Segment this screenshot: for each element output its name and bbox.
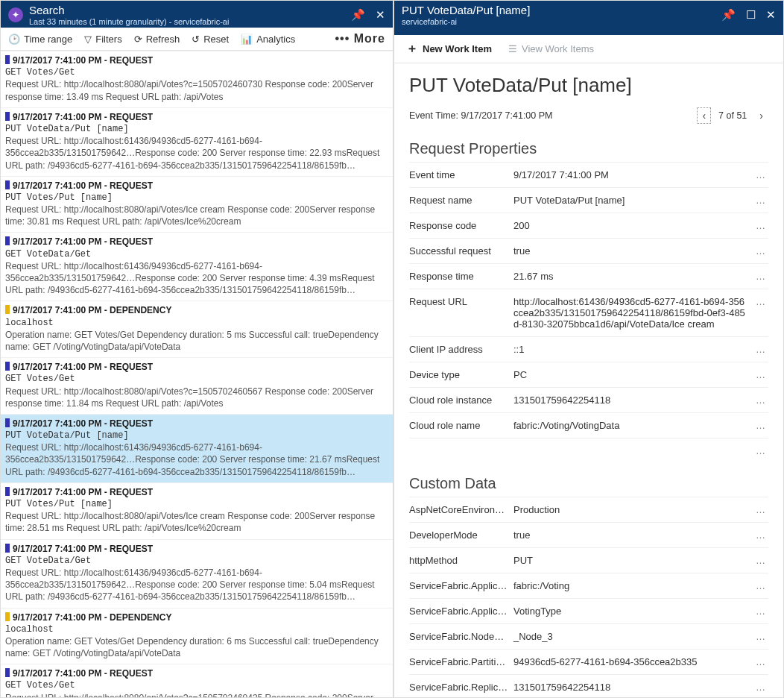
search-titlebar: ✦ Search Last 33 minutes (1 minute granu… bbox=[1, 1, 393, 28]
property-value: http://localhost:61436/94936cd5-6277-416… bbox=[513, 296, 753, 330]
property-menu-icon[interactable]: … bbox=[753, 420, 768, 431]
property-menu-icon[interactable]: … bbox=[753, 394, 768, 406]
results-list: 9/17/2017 7:41:00 PM - REQUESTGET Votes/… bbox=[1, 51, 393, 697]
property-key: ServiceFabric.Node… bbox=[409, 631, 513, 642]
search-toolbar: 🕑 Time range ▽ Filters ⟳ Refresh ↺ Reset… bbox=[1, 28, 393, 51]
time-range-button[interactable]: 🕑 Time range bbox=[8, 34, 72, 45]
property-menu-icon[interactable]: … bbox=[753, 631, 768, 642]
property-value: _Node_3 bbox=[513, 631, 753, 642]
property-menu-icon[interactable]: … bbox=[753, 529, 768, 541]
result-row[interactable]: 9/17/2017 7:41:00 PM - REQUESTPUT Votes/… bbox=[1, 176, 393, 233]
property-menu-icon[interactable]: … bbox=[753, 271, 768, 282]
result-row[interactable]: 9/17/2017 7:41:00 PM - REQUESTGET Votes/… bbox=[1, 664, 393, 697]
search-subtitle: Last 33 minutes (1 minute granularity) -… bbox=[29, 17, 351, 26]
result-row[interactable]: 9/17/2017 7:41:00 PM - REQUESTPUT VoteDa… bbox=[1, 107, 393, 176]
property-key: ServiceFabric.Applic… bbox=[409, 606, 513, 617]
insights-icon: ✦ bbox=[8, 7, 23, 22]
property-key: ServiceFabric.Partiti… bbox=[409, 656, 513, 667]
reset-button[interactable]: ↺ Reset bbox=[192, 34, 229, 45]
property-menu-icon[interactable]: … bbox=[753, 169, 768, 180]
new-work-item[interactable]: ＋New Work Item bbox=[406, 41, 492, 57]
property-key: Client IP address bbox=[409, 344, 513, 355]
pager-text: 7 of 51 bbox=[718, 110, 747, 121]
property-menu-icon[interactable]: … bbox=[753, 344, 768, 355]
custom-data-heading: Custom Data bbox=[409, 475, 768, 492]
search-title: Search bbox=[29, 4, 351, 16]
property-row: Device typePC… bbox=[409, 362, 768, 387]
property-menu-icon[interactable]: … bbox=[753, 369, 768, 380]
analytics-button[interactable]: 📊 Analytics bbox=[241, 34, 295, 45]
property-value: true bbox=[513, 529, 753, 541]
property-menu-icon[interactable]: … bbox=[753, 296, 768, 307]
property-row: Successful requesttrue… bbox=[409, 238, 768, 263]
property-key: ServiceFabric.Replic… bbox=[409, 682, 513, 693]
detail-subtitle: servicefabric-ai bbox=[402, 17, 721, 26]
prev-button[interactable]: ‹ bbox=[697, 107, 711, 124]
property-value: fabric:/Voting bbox=[513, 580, 753, 591]
more-button[interactable]: ••• More bbox=[335, 32, 385, 45]
property-menu-icon[interactable]: … bbox=[753, 220, 768, 231]
property-row: Response time21.67 ms… bbox=[409, 263, 768, 289]
property-row: Request namePUT VoteData/Put [name]… bbox=[409, 187, 768, 213]
property-value: ::1 bbox=[513, 344, 753, 355]
property-value: PUT bbox=[513, 555, 753, 566]
property-row: … bbox=[409, 438, 768, 463]
property-menu-icon[interactable]: … bbox=[753, 504, 768, 515]
result-row[interactable]: 9/17/2017 7:41:00 PM - REQUESTGET VoteDa… bbox=[1, 232, 393, 301]
property-value: 131501759642254118 bbox=[513, 682, 753, 693]
property-row: Client IP address::1… bbox=[409, 336, 768, 362]
detail-titlebar: PUT VoteData/Put [name] servicefabric-ai… bbox=[394, 1, 783, 35]
result-row[interactable]: 9/17/2017 7:41:00 PM - REQUESTPUT VoteDa… bbox=[1, 414, 393, 482]
property-value: PC bbox=[513, 369, 753, 380]
result-row[interactable]: 9/17/2017 7:41:00 PM - REQUESTGET Votes/… bbox=[1, 357, 393, 414]
refresh-button[interactable]: ⟳ Refresh bbox=[134, 34, 180, 45]
property-key: AspNetCoreEnviron… bbox=[409, 504, 513, 515]
result-row[interactable]: 9/17/2017 7:41:00 PM - DEPENDENCYlocalho… bbox=[1, 608, 393, 664]
property-menu-icon[interactable]: … bbox=[753, 682, 768, 693]
result-row[interactable]: 9/17/2017 7:41:00 PM - REQUESTGET VoteDa… bbox=[1, 539, 393, 608]
property-row: Cloud role namefabric:/Voting/VotingData… bbox=[409, 412, 768, 438]
close-icon[interactable]: ✕ bbox=[766, 8, 776, 22]
property-menu-icon[interactable]: … bbox=[753, 555, 768, 566]
property-key: Response code bbox=[409, 220, 513, 231]
property-value: 21.67 ms bbox=[513, 271, 753, 282]
property-value: 131501759642254118 bbox=[513, 394, 753, 406]
request-properties-heading: Request Properties bbox=[409, 140, 768, 157]
property-row: ServiceFabric.Node…_Node_3… bbox=[409, 623, 768, 649]
property-menu-icon[interactable]: … bbox=[753, 580, 768, 591]
property-menu-icon[interactable]: … bbox=[753, 606, 768, 617]
property-row: Cloud role instance131501759642254118… bbox=[409, 387, 768, 412]
pin-icon[interactable]: 📌 bbox=[721, 8, 736, 22]
result-row[interactable]: 9/17/2017 7:41:00 PM - REQUESTPUT Votes/… bbox=[1, 482, 393, 539]
property-key: Device type bbox=[409, 369, 513, 380]
result-row[interactable]: 9/17/2017 7:41:00 PM - REQUESTGET Votes/… bbox=[1, 51, 393, 107]
property-menu-icon[interactable]: … bbox=[753, 195, 768, 206]
pin-icon[interactable]: 📌 bbox=[351, 8, 365, 22]
detail-title: PUT VoteData/Put [name] bbox=[402, 4, 721, 16]
custom-data-properties: AspNetCoreEnviron…Production…DeveloperMo… bbox=[409, 497, 768, 697]
property-value: true bbox=[513, 245, 753, 257]
property-key: Event time bbox=[409, 169, 513, 180]
property-value: 200 bbox=[513, 220, 753, 231]
property-key: Request name bbox=[409, 195, 513, 206]
request-properties: Event time9/17/2017 7:41:00 PM…Request n… bbox=[409, 162, 768, 463]
property-row: ServiceFabric.Applic…fabric:/Voting… bbox=[409, 573, 768, 598]
property-value: VotingType bbox=[513, 606, 753, 617]
property-row: ServiceFabric.Partiti…94936cd5-6277-4161… bbox=[409, 649, 768, 674]
result-row[interactable]: 9/17/2017 7:41:00 PM - DEPENDENCYlocalho… bbox=[1, 301, 393, 357]
property-menu-icon[interactable]: … bbox=[753, 245, 768, 257]
property-menu-icon[interactable]: … bbox=[753, 656, 768, 667]
close-icon[interactable]: ✕ bbox=[376, 8, 385, 22]
property-value: PUT VoteData/Put [name] bbox=[513, 195, 753, 206]
next-button[interactable]: › bbox=[754, 107, 768, 124]
detail-pane: PUT VoteData/Put [name] servicefabric-ai… bbox=[393, 0, 784, 698]
property-key: Response time bbox=[409, 271, 513, 282]
property-row: ServiceFabric.Applic…VotingType… bbox=[409, 598, 768, 623]
property-menu-icon[interactable]: … bbox=[753, 445, 768, 456]
filters-button[interactable]: ▽ Filters bbox=[84, 34, 121, 45]
search-pane: ✦ Search Last 33 minutes (1 minute granu… bbox=[0, 0, 393, 698]
property-value: 9/17/2017 7:41:00 PM bbox=[513, 169, 753, 180]
event-time-label: Event Time: 9/17/2017 7:41:00 PM bbox=[409, 110, 552, 121]
property-row: DeveloperModetrue… bbox=[409, 522, 768, 547]
maximize-icon[interactable]: ☐ bbox=[746, 8, 756, 22]
